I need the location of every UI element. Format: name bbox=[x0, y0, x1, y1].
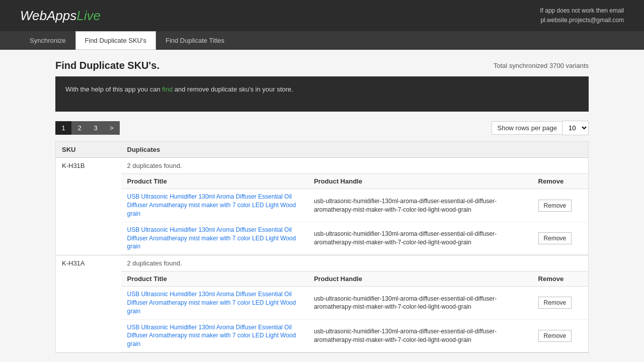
inner-header-row: Product TitleProduct HandleRemove bbox=[121, 272, 589, 287]
product-title-link[interactable]: USB Ultrasonic Humidifier 130ml Aroma Di… bbox=[127, 290, 302, 315]
remove-cell: Remove bbox=[532, 222, 588, 254]
product-handle-cell: usb-ultrasonic-humidifier-130ml-aroma-di… bbox=[308, 319, 532, 352]
nav-synchronize[interactable]: Synchronize bbox=[20, 31, 75, 50]
inner-th-title: Product Title bbox=[121, 272, 308, 287]
dup-count: 2 duplicates found. bbox=[121, 255, 589, 271]
table-row: K-H31A2 duplicates found.Product TitlePr… bbox=[56, 255, 589, 353]
page-btn-2[interactable]: 2 bbox=[71, 121, 88, 135]
contact-line1: If app does not work then email bbox=[540, 6, 624, 16]
product-handle-cell: usb-ultrasonic-humidifier-130ml-aroma-di… bbox=[308, 189, 532, 222]
product-handle-text: usb-ultrasonic-humidifier-130ml-aroma-di… bbox=[314, 295, 497, 311]
inner-header-row: Product TitleProduct HandleRemove bbox=[121, 174, 589, 189]
inner-table: Product TitleProduct HandleRemoveUSB Ult… bbox=[121, 173, 589, 255]
product-handle-cell: usb-ultrasonic-humidifier-130ml-aroma-di… bbox=[308, 287, 532, 319]
product-handle-text: usb-ultrasonic-humidifier-130ml-aroma-di… bbox=[314, 328, 497, 343]
product-title-link[interactable]: USB Ultrasonic Humidifier 130ml Aroma Di… bbox=[127, 323, 302, 348]
remove-button[interactable]: Remove bbox=[538, 200, 572, 212]
contact-line2: pl.website.projects@gmail.com bbox=[540, 16, 624, 25]
inner-th-remove: Remove bbox=[532, 272, 588, 287]
product-handle-text: usb-ultrasonic-humidifier-130ml-aroma-di… bbox=[314, 230, 497, 246]
page-btn-next[interactable]: > bbox=[104, 121, 120, 135]
inner-table-row: USB Ultrasonic Humidifier 130ml Aroma Di… bbox=[121, 287, 589, 319]
remove-cell: Remove bbox=[532, 189, 588, 222]
info-text-before: With the help of this app you can bbox=[65, 85, 162, 93]
inner-table-row: USB Ultrasonic Humidifier 130ml Aroma Di… bbox=[121, 319, 589, 352]
remove-button[interactable]: Remove bbox=[538, 330, 572, 342]
nav-find-duplicate-skus[interactable]: Find Duplicate SKU's bbox=[75, 31, 156, 50]
inner-th-remove: Remove bbox=[532, 174, 588, 189]
duplicates-header: Duplicates bbox=[121, 142, 589, 158]
inner-th-title: Product Title bbox=[121, 174, 308, 189]
duplicates-table: SKU Duplicates K-H31B2 duplicates found.… bbox=[55, 141, 589, 353]
header-contact: If app does not work then email pl.websi… bbox=[540, 6, 624, 25]
header: WebAppsLive If app does not work then em… bbox=[0, 0, 644, 31]
remove-button[interactable]: Remove bbox=[538, 297, 572, 309]
logo: WebAppsLive bbox=[20, 8, 101, 24]
remove-cell: Remove bbox=[532, 319, 588, 352]
product-title-link[interactable]: USB Ultrasonic Humidifier 130ml Aroma Di… bbox=[127, 226, 302, 251]
table-header-row: SKU Duplicates bbox=[56, 142, 589, 158]
logo-script: Live bbox=[76, 8, 101, 23]
remove-button[interactable]: Remove bbox=[538, 232, 572, 244]
page-title: Find Duplicate SKU's. bbox=[55, 60, 159, 71]
main-content: Find Duplicate SKU's. Total synchronized… bbox=[45, 60, 599, 353]
product-title-cell: USB Ultrasonic Humidifier 130ml Aroma Di… bbox=[121, 222, 308, 254]
product-title-link[interactable]: USB Ultrasonic Humidifier 130ml Aroma Di… bbox=[127, 193, 302, 218]
inner-th-handle: Product Handle bbox=[308, 272, 532, 287]
page-btn-3[interactable]: 3 bbox=[88, 121, 104, 135]
info-text-after: and remove duplicate sku's in your store… bbox=[173, 85, 293, 93]
product-title-cell: USB Ultrasonic Humidifier 130ml Aroma Di… bbox=[121, 287, 308, 319]
nav-find-duplicate-titles[interactable]: Find Duplicate Titles bbox=[156, 31, 234, 50]
inner-table-row: USB Ultrasonic Humidifier 130ml Aroma Di… bbox=[121, 222, 589, 254]
pagination: 1 2 3 > bbox=[55, 121, 120, 135]
table-row: K-H31B2 duplicates found.Product TitlePr… bbox=[56, 158, 589, 255]
info-box: With the help of this app you can find a… bbox=[55, 76, 589, 112]
sku-header: SKU bbox=[56, 142, 121, 158]
rows-per-page-select[interactable]: 10 25 50 bbox=[562, 121, 589, 135]
rows-select-container: Show rows per page 10 25 50 bbox=[492, 121, 589, 135]
info-highlight: find bbox=[162, 85, 173, 93]
page-header: Find Duplicate SKU's. Total synchronized… bbox=[55, 60, 589, 71]
nav: Synchronize Find Duplicate SKU's Find Du… bbox=[0, 31, 644, 50]
product-title-cell: USB Ultrasonic Humidifier 130ml Aroma Di… bbox=[121, 319, 308, 352]
sku-cell: K-H31A bbox=[56, 255, 121, 353]
product-title-cell: USB Ultrasonic Humidifier 130ml Aroma Di… bbox=[121, 189, 308, 222]
inner-table: Product TitleProduct HandleRemoveUSB Ult… bbox=[121, 271, 589, 352]
inner-table-row: USB Ultrasonic Humidifier 130ml Aroma Di… bbox=[121, 189, 589, 222]
rows-per-page-label: Show rows per page bbox=[492, 121, 562, 135]
duplicates-cell: 2 duplicates found.Product TitleProduct … bbox=[121, 158, 589, 255]
product-handle-text: usb-ultrasonic-humidifier-130ml-aroma-di… bbox=[314, 198, 497, 213]
sync-info: Total synchronized 3700 variants bbox=[494, 62, 589, 69]
pagination-row: 1 2 3 > Show rows per page 10 25 50 bbox=[55, 121, 589, 135]
product-handle-cell: usb-ultrasonic-humidifier-130ml-aroma-di… bbox=[308, 222, 532, 254]
page-btn-1[interactable]: 1 bbox=[55, 121, 71, 135]
inner-th-handle: Product Handle bbox=[308, 174, 532, 189]
sku-cell: K-H31B bbox=[56, 158, 121, 255]
remove-cell: Remove bbox=[532, 287, 588, 319]
duplicates-cell: 2 duplicates found.Product TitleProduct … bbox=[121, 255, 589, 353]
dup-count: 2 duplicates found. bbox=[121, 158, 589, 173]
